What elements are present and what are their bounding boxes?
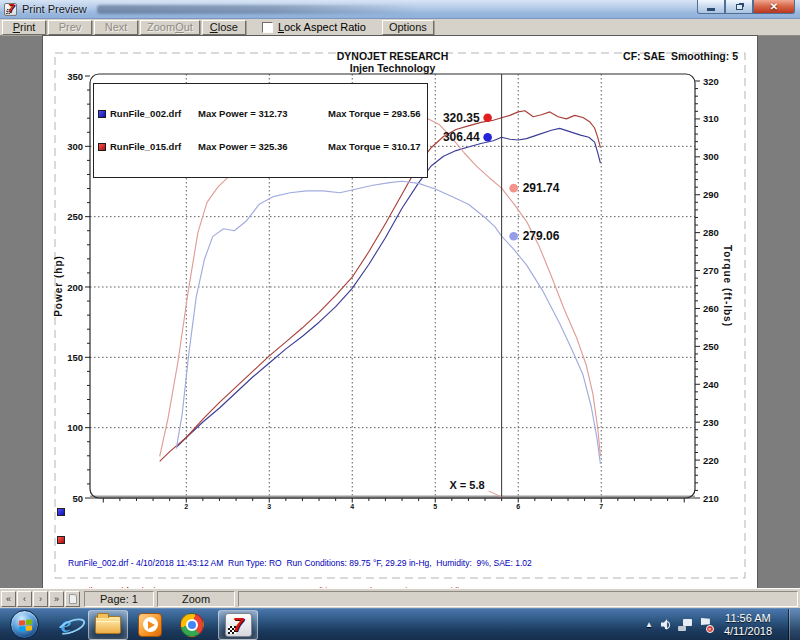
torque-tick-label: 230 bbox=[703, 417, 719, 428]
power-tick-label: 100 bbox=[67, 422, 83, 433]
legend-max-power: Max Power = 325.36 bbox=[198, 141, 328, 152]
status-bar: « ‹ › » Page: 1 Zoom bbox=[0, 588, 800, 608]
torque-tick-label: 270 bbox=[703, 265, 719, 276]
cursor-marker-dot bbox=[509, 232, 518, 241]
close-icon: ✕ bbox=[770, 1, 778, 12]
curve-torque-2 bbox=[176, 181, 600, 464]
first-page-button[interactable]: « bbox=[1, 591, 16, 607]
legend-file-name: RunFile_002.drf bbox=[110, 108, 198, 119]
minimize-button[interactable] bbox=[697, 0, 725, 14]
taskbar-clock[interactable]: 11:56 AM 4/11/2018 bbox=[724, 612, 772, 638]
alert-badge: × bbox=[706, 625, 714, 633]
cursor-marker-dot bbox=[483, 113, 492, 122]
page-indicator: Page: 1 bbox=[84, 591, 154, 607]
legend-max-torque: Max Torque = 293.56 bbox=[328, 108, 421, 119]
torque-tick-label: 320 bbox=[703, 76, 719, 87]
torque-tick-label: 240 bbox=[703, 379, 719, 390]
previous-page-button[interactable]: ‹ bbox=[17, 591, 32, 607]
lock-aspect-ratio-checkbox[interactable] bbox=[262, 22, 273, 33]
cursor-marker-dot bbox=[483, 133, 492, 142]
run-color-swatch-blue bbox=[57, 508, 65, 516]
cursor-marker-label: 279.06 bbox=[523, 229, 560, 243]
power-tick-label: 350 bbox=[67, 71, 83, 82]
power-tick-label: 50 bbox=[72, 493, 83, 504]
lock-aspect-ratio-control: Lock Aspect Ratio bbox=[262, 21, 366, 33]
status-filler-panel bbox=[238, 591, 798, 607]
prev-page-button[interactable]: Prev bbox=[48, 20, 92, 35]
cursor-marker-dot bbox=[509, 184, 518, 193]
report-page: 23456735030025020015010050Power (hp)3203… bbox=[43, 36, 757, 588]
document-path-blurred bbox=[97, 5, 417, 14]
clock-date: 4/11/2018 bbox=[724, 625, 772, 638]
torque-tick-label: 300 bbox=[703, 151, 719, 162]
windows-flag-icon bbox=[19, 619, 32, 631]
minimize-icon bbox=[707, 8, 715, 11]
chart-legend: RunFile_002.drf Max Power = 312.73 Max T… bbox=[93, 83, 428, 178]
power-tick-label: 300 bbox=[67, 141, 83, 152]
action-center-flag-icon[interactable]: × bbox=[700, 618, 712, 631]
power-tick-label: 200 bbox=[67, 282, 83, 293]
torque-tick-label: 260 bbox=[703, 303, 719, 314]
torque-tick-label: 310 bbox=[703, 113, 719, 124]
x-tick-label: 7 bbox=[599, 503, 603, 510]
power-tick-label: 150 bbox=[67, 352, 83, 363]
power-tick-label: 250 bbox=[67, 211, 83, 222]
run-color-swatch-red bbox=[57, 536, 65, 544]
hidden-icons-arrow[interactable]: ▲ bbox=[645, 620, 653, 629]
torque-axis-title: Torque (ft-lbs) bbox=[722, 245, 733, 327]
legend-swatch-red bbox=[98, 143, 106, 151]
print-button[interactable]: Print bbox=[2, 20, 46, 35]
cursor-marker-label: 291.74 bbox=[523, 181, 560, 195]
window-title: Print Preview bbox=[22, 3, 87, 15]
next-page-button[interactable]: › bbox=[33, 591, 48, 607]
zoom-indicator: Zoom bbox=[157, 591, 235, 607]
windows-taskbar: e 7 ▲ × 11:56 AM 4/11/2018 bbox=[0, 608, 800, 640]
internet-explorer-icon: e bbox=[61, 611, 72, 638]
next-page-button[interactable]: Next bbox=[94, 20, 138, 35]
cursor-marker-label: 306.44 bbox=[443, 130, 480, 144]
title-bar: 7 Print Preview ✕ bbox=[0, 0, 800, 19]
winpep-7-icon: 7 bbox=[225, 613, 252, 637]
report-subtitle: Injen Technology bbox=[90, 62, 695, 74]
torque-tick-label: 250 bbox=[703, 341, 719, 352]
legend-row: RunFile_002.drf Max Power = 312.73 Max T… bbox=[98, 108, 421, 119]
torque-tick-label: 280 bbox=[703, 227, 719, 238]
close-preview-button[interactable]: Close bbox=[202, 20, 246, 35]
taskbar-item-internet-explorer[interactable]: e bbox=[46, 610, 86, 640]
zoom-out-button[interactable]: Zoom Out bbox=[140, 20, 200, 35]
export-page-button[interactable] bbox=[65, 591, 80, 607]
app-icon: 7 bbox=[4, 3, 17, 16]
volume-icon[interactable] bbox=[661, 619, 670, 630]
taskbar-item-winpep[interactable]: 7 bbox=[218, 610, 258, 640]
legend-file-name: RunFile_015.drf bbox=[110, 141, 198, 152]
system-tray: ▲ × 11:56 AM 4/11/2018 bbox=[645, 609, 800, 640]
lock-aspect-ratio-label: Lock Aspect Ratio bbox=[278, 21, 366, 33]
legend-max-torque: Max Torque = 310.17 bbox=[328, 141, 421, 152]
document-icon bbox=[69, 594, 77, 604]
taskbar-item-windows-explorer[interactable] bbox=[88, 610, 128, 640]
torque-tick-label: 210 bbox=[703, 493, 719, 504]
cursor-x-label: X = 5.8 bbox=[449, 479, 484, 491]
network-icon[interactable] bbox=[678, 619, 692, 631]
torque-tick-label: 290 bbox=[703, 189, 719, 200]
restore-icon bbox=[736, 4, 743, 10]
close-button[interactable]: ✕ bbox=[753, 0, 795, 14]
cursor-marker-label: 320.35 bbox=[443, 111, 480, 125]
folder-icon bbox=[95, 616, 121, 634]
restore-button[interactable] bbox=[725, 0, 753, 14]
taskbar-item-chrome[interactable] bbox=[172, 610, 212, 640]
window-controls: ✕ bbox=[697, 0, 795, 14]
show-desktop-button[interactable] bbox=[788, 609, 800, 640]
last-page-button[interactable]: » bbox=[49, 591, 64, 607]
media-player-icon bbox=[138, 613, 162, 637]
taskbar-item-media-player[interactable] bbox=[130, 610, 170, 640]
power-axis-title: Power (hp) bbox=[53, 255, 64, 317]
print-preview-toolbar: Print Prev Next Zoom Out Close Lock Aspe… bbox=[0, 19, 800, 36]
start-button[interactable] bbox=[10, 610, 39, 639]
chrome-icon bbox=[180, 613, 204, 637]
clock-time: 11:56 AM bbox=[724, 612, 772, 625]
preview-background: 23456735030025020015010050Power (hp)3203… bbox=[0, 36, 800, 588]
options-button[interactable]: Options bbox=[382, 20, 434, 35]
legend-max-power: Max Power = 312.73 bbox=[198, 108, 328, 119]
report-title: DYNOJET RESEARCH bbox=[90, 50, 695, 62]
